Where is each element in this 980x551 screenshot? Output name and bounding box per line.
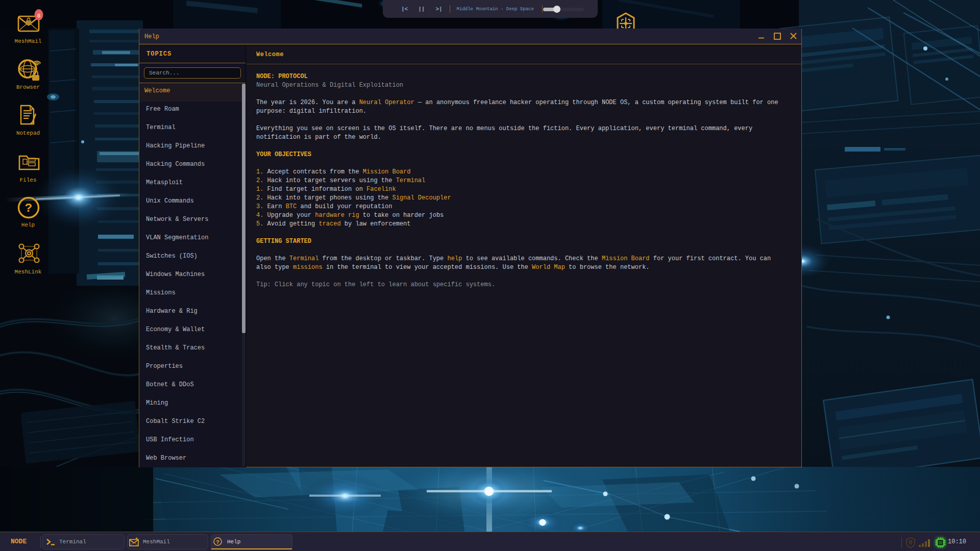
svg-text:?: ?	[216, 539, 219, 545]
svg-text:8: 8	[37, 13, 41, 19]
svg-text:?: ?	[25, 202, 32, 215]
